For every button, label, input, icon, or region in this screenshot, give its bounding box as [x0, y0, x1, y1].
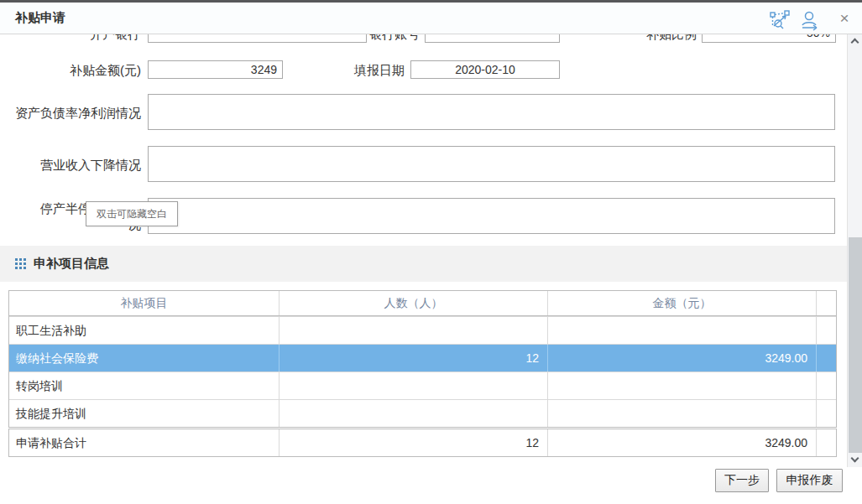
subsidy-items-table: 补贴项目 人数（人） 金额（元） 职工生活补助 缴纳社会保险费 12 3249.…: [8, 290, 837, 428]
debt-profit-label: 资产负债率净利润情况: [8, 106, 141, 122]
cell-project: 缴纳社会保险费: [9, 345, 279, 372]
debt-profit-textarea[interactable]: [148, 94, 835, 130]
header-count: 人数（人）: [279, 291, 547, 315]
table-row[interactable]: 职工生活补助: [9, 316, 836, 344]
hide-blank-tooltip: 双击可隐藏空白: [86, 201, 178, 226]
summary-spacer: [816, 429, 836, 456]
vertical-scrollbar[interactable]: [847, 34, 862, 467]
header-amount: 金额（元）: [547, 291, 816, 315]
header-project: 补贴项目: [9, 291, 279, 315]
ratio-input[interactable]: [702, 34, 836, 43]
cell-count: [279, 372, 547, 399]
section-header: 申补项目信息: [0, 246, 847, 282]
table-header-row: 补贴项目 人数（人） 金额（元）: [9, 291, 836, 316]
section-title: 申补项目信息: [34, 256, 109, 272]
account-input[interactable]: [425, 34, 560, 43]
fill-date-input[interactable]: [410, 60, 560, 79]
cell-amount: [547, 317, 816, 344]
grid-dots-icon: [15, 258, 27, 270]
bank-input[interactable]: [148, 34, 367, 43]
cell-project: 转岗培训: [9, 372, 279, 399]
header-spacer: [816, 291, 836, 315]
account-label: 银行账号: [368, 34, 420, 41]
bank-label: 开户银行: [88, 34, 140, 41]
cell-count: [279, 317, 547, 344]
summary-row: 申请补贴合计 12 3249.00: [9, 429, 836, 456]
subsidy-application-window: 补贴申请: [0, 0, 862, 504]
titlebar: 补贴申请: [0, 3, 862, 34]
cell-project: 职工生活补助: [9, 317, 279, 344]
form-scroll-area: 开户银行 银行账号 补贴比例 补贴金额(元) 填报日期 资产负债率净利润情况 营…: [0, 34, 847, 467]
summary-amount: 3249.00: [547, 429, 816, 456]
void-declaration-button[interactable]: 申报作废: [776, 469, 843, 492]
user-export-icon[interactable]: [797, 9, 823, 31]
ratio-label: 补贴比例: [645, 34, 697, 41]
table-row[interactable]: 转岗培训: [9, 372, 836, 399]
cell-count: [279, 400, 547, 427]
table-row-selected[interactable]: 缴纳社会保险费 12 3249.00: [9, 344, 836, 372]
cell-amount: [547, 372, 816, 399]
cell-count: 12: [279, 345, 547, 372]
fill-date-label: 填报日期: [353, 63, 405, 79]
summary-project: 申请补贴合计: [9, 429, 279, 456]
scroll-up-icon[interactable]: [848, 34, 862, 48]
next-step-button[interactable]: 下一步: [715, 469, 769, 492]
cell-amount: 3249.00: [547, 345, 816, 372]
cell-spacer: [816, 372, 836, 399]
selection-zoom-icon[interactable]: [768, 9, 793, 31]
window-title: 补贴申请: [15, 10, 65, 26]
summary-count: 12: [279, 429, 547, 456]
cell-project: 技能提升培训: [9, 400, 279, 427]
cell-amount: [547, 400, 816, 427]
cell-spacer: [816, 317, 836, 344]
scroll-down-icon[interactable]: [848, 453, 862, 466]
shutdown-textarea[interactable]: [148, 198, 835, 234]
summary-table: 申请补贴合计 12 3249.00: [8, 429, 837, 457]
cell-spacer: [816, 345, 836, 372]
subsidy-amount-input[interactable]: [148, 60, 283, 79]
table-row[interactable]: 技能提升培训: [9, 399, 836, 427]
subsidy-amount-label: 补贴金额(元): [8, 63, 141, 79]
scrollbar-thumb[interactable]: [849, 237, 862, 453]
revenue-decline-textarea[interactable]: [148, 146, 835, 182]
close-icon[interactable]: ×: [835, 8, 854, 29]
revenue-decline-label: 营业收入下降情况: [8, 158, 141, 174]
cell-spacer: [816, 400, 836, 427]
